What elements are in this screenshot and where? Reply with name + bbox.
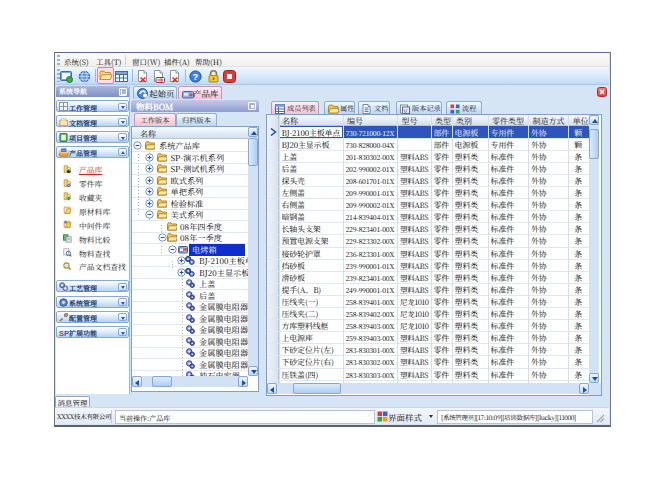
- svg-text:?: ?: [193, 71, 199, 82]
- svg-text:V: V: [404, 107, 408, 113]
